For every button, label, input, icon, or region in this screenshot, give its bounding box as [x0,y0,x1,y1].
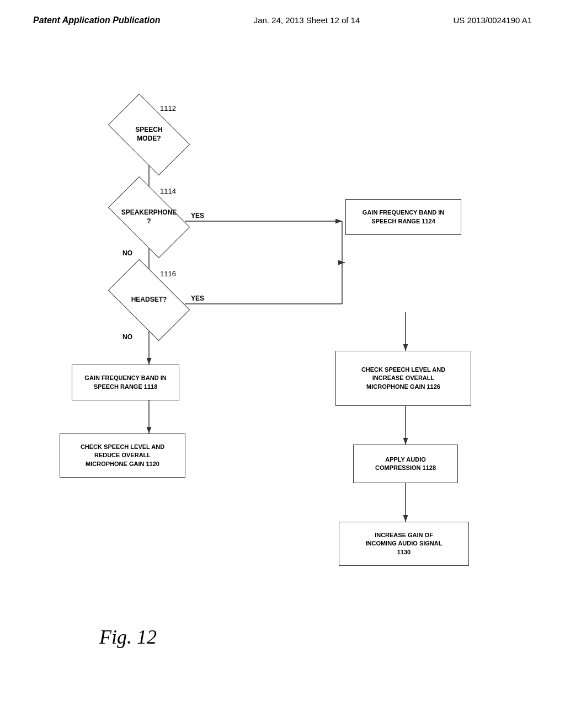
figure-caption: Fig. 12 [99,625,157,649]
no-label-1114: NO [122,249,132,257]
box-1126: CHECK SPEECH LEVEL AND INCREASE OVERALL … [335,351,471,406]
diagram-area: SPEECH MODE? 1112 SPEAKERPHONE ? 1114 HE… [0,31,565,665]
header-patent-number: US 2013/0024190 A1 [453,15,532,25]
diamond-1114-label: SPEAKERPHONE ? [106,195,191,239]
yes-label-1116: YES [191,295,204,302]
diamond-1116-label: HEADSET? [106,278,191,322]
ref-1114: 1114 [160,187,176,195]
ref-1112: 1112 [160,104,176,113]
box-1124: GAIN FREQUENCY BAND IN SPEECH RANGE 1124 [345,199,461,235]
ref-1116: 1116 [160,270,176,278]
diamond-1112-label: SPEECH MODE? [108,113,190,157]
box-1128: APPLY AUDIO COMPRESSION 1128 [353,445,458,483]
yes-label-1114: YES [191,212,204,220]
box-1118: GAIN FREQUENCY BAND IN SPEECH RANGE 1118 [72,365,179,400]
header-date-sheet: Jan. 24, 2013 Sheet 12 of 14 [254,15,360,25]
box-1120: CHECK SPEECH LEVEL AND REDUCE OVERALL MI… [60,433,185,478]
header-publication-type: Patent Application Publication [33,15,161,25]
page-header: Patent Application Publication Jan. 24, … [0,0,565,25]
box-1130: INCREASE GAIN OF INCOMING AUDIO SIGNAL 1… [339,522,469,566]
arrows-svg [0,31,565,665]
no-label-1116: NO [122,333,132,341]
